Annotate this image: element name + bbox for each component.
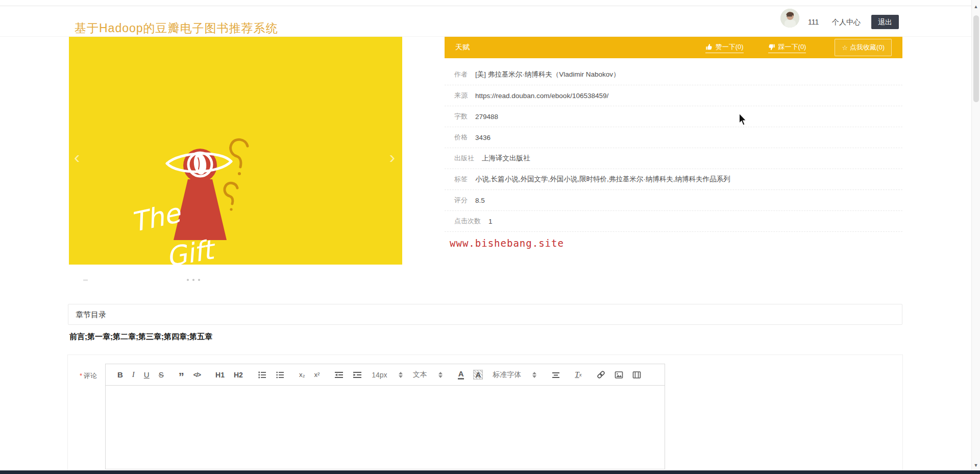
field-row-publisher: 出版社 上海译文出版社 (445, 148, 902, 169)
clear-format-x: x (579, 372, 582, 377)
profile-center-link[interactable]: 个人中心 (832, 18, 861, 27)
field-row-price: 价格 3436 (445, 127, 902, 148)
image-icon (615, 371, 623, 379)
carousel-indicator-dash (83, 279, 88, 281)
clear-format-t: T (575, 371, 579, 378)
page: 基于Hadoop的豆瓣电子图书推荐系统 111 个人中心 退出 (0, 0, 980, 474)
updown-arrows-icon (438, 372, 443, 378)
blockquote-button[interactable]: ” (179, 371, 184, 383)
carousel-prev-arrow[interactable]: ‹ (74, 148, 80, 165)
like-button[interactable]: 赞一下(0) (705, 42, 744, 53)
bottom-dark-bar (0, 470, 980, 474)
field-label: 价格 (454, 133, 468, 142)
code-button[interactable]: </> (193, 372, 201, 378)
font-family-value: 标准字体 (493, 370, 521, 380)
indent-button[interactable] (353, 371, 362, 379)
updown-arrows-icon (532, 372, 536, 378)
outdent-icon (334, 371, 344, 379)
field-value: https://read.douban.com/ebook/106538459/ (475, 92, 608, 100)
book-detail-panel: 天赋 赞一下(0) 踩一下(0) ☆ (445, 37, 902, 249)
field-value: [美] 弗拉基米尔·纳博科夫（Vladimir Nabokov） (475, 70, 620, 79)
field-value: 1 (488, 218, 493, 225)
text-format-dropdown[interactable]: 文本 (413, 370, 443, 380)
heading1-button[interactable]: H1 (215, 371, 225, 378)
user-avatar[interactable] (780, 9, 799, 28)
font-size-value: 14px (372, 371, 387, 379)
favorite-label: 点我收藏(0) (850, 43, 885, 52)
field-label: 来源 (454, 91, 468, 100)
field-label: 评分 (454, 196, 468, 205)
logout-button[interactable]: 退出 (871, 15, 899, 29)
scrollbar-thumb[interactable] (973, 15, 979, 102)
italic-button[interactable]: I (132, 371, 135, 378)
underline-button[interactable]: U (144, 371, 150, 378)
align-icon (552, 371, 560, 379)
insert-image-button[interactable] (615, 371, 623, 379)
thumb-up-icon (705, 43, 713, 51)
dislike-button[interactable]: 踩一下(0) (768, 42, 806, 53)
dislike-label: 踩一下(0) (778, 42, 806, 52)
field-row-source: 来源 https://read.douban.com/ebook/1065384… (445, 85, 902, 106)
strikethrough-button[interactable]: S (159, 371, 164, 378)
header-username[interactable]: 111 (808, 18, 819, 26)
highlight-color-button[interactable]: A (473, 370, 483, 380)
site-title: 基于Hadoop的豆瓣电子图书推荐系统 (75, 20, 278, 36)
font-family-dropdown[interactable]: 标准字体 (493, 370, 536, 380)
field-value: 上海译文出版社 (482, 154, 530, 163)
ordered-list-button[interactable] (258, 371, 266, 379)
subscript-button[interactable]: x₂ (299, 371, 305, 378)
rich-text-editor: B I U S ” </> H1 H2 x₂ x² (105, 364, 665, 469)
thumb-down-icon (768, 43, 775, 51)
comment-label-text: 评论 (84, 372, 97, 380)
like-label: 赞一下(0) (716, 42, 744, 52)
unordered-list-button[interactable] (276, 371, 284, 379)
updown-arrows-icon (399, 372, 403, 378)
font-color-button[interactable]: A (458, 370, 464, 380)
field-value: 279488 (475, 113, 498, 121)
outdent-button[interactable] (334, 371, 344, 379)
field-value: 3436 (475, 134, 491, 141)
clear-format-button[interactable]: Tx (575, 371, 581, 378)
star-icon: ☆ (842, 44, 848, 52)
field-row-clicks: 点击次数 1 (445, 211, 902, 232)
scrollbar-down-arrow[interactable]: ▼ (972, 463, 980, 468)
carousel-indicator-dots[interactable] (187, 279, 200, 281)
chapters-list: 前言;第一章;第二章;第三章;第四章;第五章 (69, 332, 212, 342)
page-scrollbar[interactable]: ▲ ▼ (971, 0, 980, 474)
text-format-value: 文本 (413, 370, 427, 380)
video-icon (632, 371, 641, 379)
heading2-button[interactable]: H2 (234, 371, 243, 378)
insert-link-button[interactable] (597, 370, 605, 379)
book-title: 天赋 (455, 43, 470, 52)
link-icon (597, 370, 605, 379)
comment-editor-body[interactable] (105, 386, 665, 469)
field-label: 作者 (454, 70, 468, 79)
field-label: 点击次数 (454, 217, 481, 226)
field-row-tags: 标签 小说,长篇小说,外国文学,外国小说,限时特价,弗拉基米尔·纳博科夫,纳博科… (445, 169, 902, 190)
superscript-button[interactable]: x² (314, 371, 320, 378)
carousel-next-arrow[interactable]: › (389, 148, 395, 165)
favorite-button[interactable]: ☆ 点我收藏(0) (835, 39, 892, 56)
chapters-header-box: 章节目录 (68, 304, 902, 325)
scrollbar-up-arrow[interactable]: ▲ (972, 4, 980, 9)
field-row-rating: 评分 8.5 (445, 190, 902, 211)
insert-video-button[interactable] (632, 371, 641, 379)
book-cover-carousel: The Gift ‹ › (69, 37, 402, 265)
field-label: 标签 (454, 175, 468, 184)
font-size-dropdown[interactable]: 14px (372, 371, 402, 379)
ordered-list-icon (258, 371, 266, 379)
required-asterisk: * (80, 372, 82, 380)
field-row-wordcount: 字数 279488 (445, 106, 902, 127)
field-label: 字数 (454, 112, 468, 121)
align-button[interactable] (552, 371, 560, 379)
bold-button[interactable]: B (117, 371, 123, 378)
comment-label: *评论 (80, 371, 97, 381)
field-row-author: 作者 [美] 弗拉基米尔·纳博科夫（Vladimir Nabokov） (445, 64, 902, 85)
field-value: 8.5 (475, 197, 485, 204)
watermark-text: www.bishebang.site (450, 238, 902, 249)
book-fields: 作者 [美] 弗拉基米尔·纳博科夫（Vladimir Nabokov） 来源 h… (445, 58, 902, 232)
avatar-image (780, 9, 799, 28)
field-label: 出版社 (454, 154, 474, 163)
book-cover-image: The Gift (69, 37, 402, 265)
indent-icon (353, 371, 362, 379)
